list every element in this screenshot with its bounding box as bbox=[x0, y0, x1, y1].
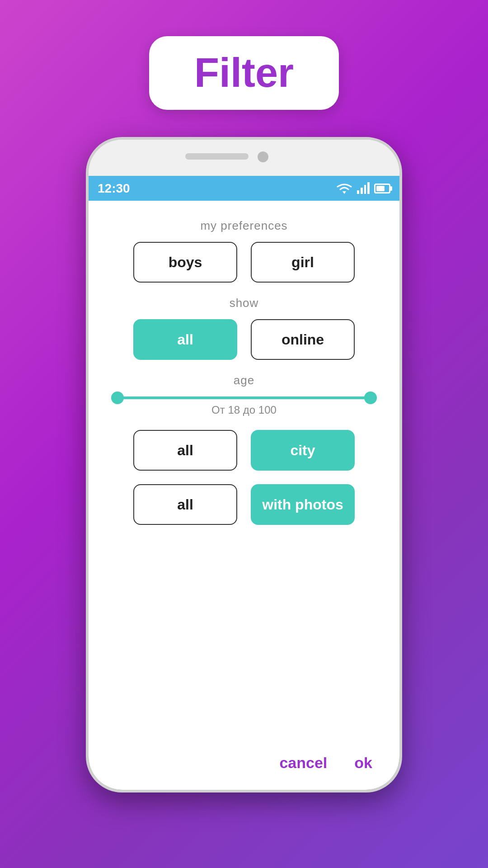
age-slider-track[interactable] bbox=[111, 396, 377, 399]
status-time: 12:30 bbox=[98, 181, 130, 196]
age-slider-thumb-right[interactable] bbox=[364, 392, 377, 404]
preferences-buttons-row: boys girl bbox=[107, 242, 381, 283]
filter-dialog: my preferences boys girl show all online… bbox=[89, 201, 399, 790]
all-show-button[interactable]: all bbox=[133, 319, 237, 360]
signal-icon bbox=[357, 183, 370, 194]
age-range-text: От 18 до 100 bbox=[211, 404, 277, 416]
battery-icon bbox=[374, 184, 390, 193]
with-photos-button[interactable]: with photos bbox=[251, 484, 355, 525]
battery-fill bbox=[376, 186, 385, 191]
section-show-label: show bbox=[230, 296, 259, 310]
cancel-button[interactable]: cancel bbox=[279, 754, 327, 772]
svg-marker-0 bbox=[343, 191, 346, 194]
all-photo-button[interactable]: all bbox=[133, 484, 237, 525]
age-slider-thumb-left[interactable] bbox=[111, 392, 124, 404]
location-buttons-row: all city bbox=[107, 430, 381, 471]
city-button[interactable]: city bbox=[251, 430, 355, 471]
photo-buttons-row: all with photos bbox=[107, 484, 381, 525]
filter-title-card: Filter bbox=[149, 36, 339, 110]
section-preferences-label: my preferences bbox=[200, 219, 287, 233]
show-buttons-row: all online bbox=[107, 319, 381, 360]
status-icons bbox=[336, 182, 390, 195]
ok-button[interactable]: ok bbox=[354, 754, 372, 772]
boys-button[interactable]: boys bbox=[133, 242, 237, 283]
filter-title: Filter bbox=[194, 50, 294, 95]
age-slider-container[interactable] bbox=[107, 396, 381, 399]
online-show-button[interactable]: online bbox=[251, 319, 355, 360]
phone-camera bbox=[258, 151, 268, 162]
phone-content: my preferences boys girl show all online… bbox=[89, 201, 399, 790]
phone-top bbox=[89, 140, 399, 176]
phone-frame: 12:30 bbox=[86, 137, 402, 793]
section-age-label: age bbox=[234, 373, 254, 387]
wifi-icon bbox=[336, 182, 352, 195]
all-location-button[interactable]: all bbox=[133, 430, 237, 471]
girl-button[interactable]: girl bbox=[251, 242, 355, 283]
status-bar: 12:30 bbox=[89, 176, 399, 201]
dialog-footer: cancel ok bbox=[107, 745, 381, 776]
phone-speaker bbox=[185, 153, 249, 160]
